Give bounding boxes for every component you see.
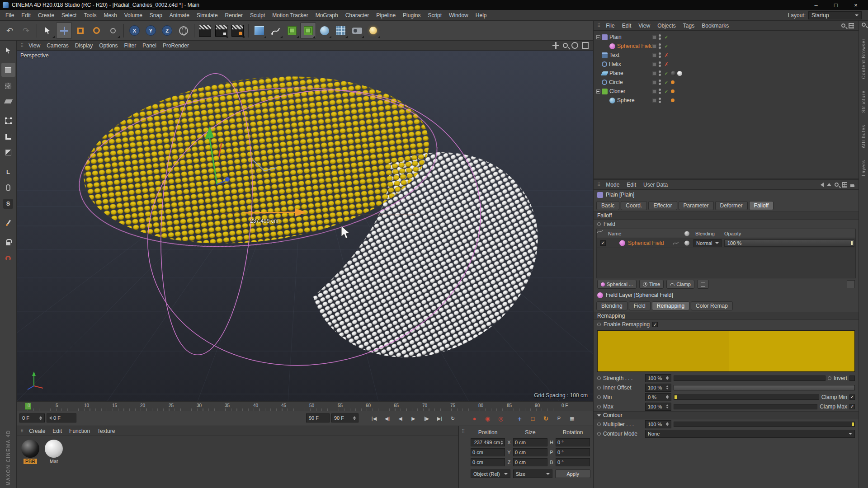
rotation-b-field[interactable]: 0 ° [556, 458, 590, 466]
panel-handle-icon[interactable]: ⠿ [597, 23, 600, 28]
anim-dot-icon[interactable] [597, 222, 601, 226]
autokey-button[interactable]: ◉ [482, 413, 493, 423]
object-row-circle[interactable]: Circle ✓ [594, 78, 859, 87]
orange-tag-icon[interactable] [671, 80, 675, 84]
collapse-icon[interactable] [596, 89, 600, 94]
config-icon[interactable] [842, 182, 847, 188]
layer-toggle[interactable] [652, 99, 656, 103]
layout-select[interactable]: Startup [808, 11, 862, 19]
add-cube-button[interactable] [251, 22, 267, 39]
paint-tool-button[interactable] [1, 216, 15, 230]
menu-create[interactable]: Create [34, 10, 58, 20]
key-position-toggle[interactable]: + [514, 413, 525, 423]
axis-mode-button[interactable]: L [1, 165, 15, 179]
loop-playback-button[interactable]: ↻ [447, 413, 458, 423]
tab-coord[interactable]: Coord. [621, 201, 647, 210]
scale-tool[interactable] [72, 22, 88, 39]
key-pla-toggle[interactable]: ▦ [566, 413, 578, 423]
search-icon[interactable] [862, 23, 866, 27]
anim-dot-icon[interactable] [597, 405, 601, 408]
history-up-icon[interactable] [827, 183, 831, 186]
enable-check-icon[interactable]: ✓ [663, 89, 670, 94]
menu-window[interactable]: Window [445, 10, 472, 20]
enable-check-icon[interactable]: ✓ [663, 80, 670, 85]
side-tab-structure[interactable]: Structure [861, 90, 866, 113]
render-view-button[interactable] [197, 22, 213, 39]
rotation-h-field[interactable]: 0 ° [556, 438, 590, 446]
menu-tools[interactable]: Tools [80, 10, 100, 20]
menu-pipeline[interactable]: Pipeline [373, 10, 399, 20]
minimize-button[interactable]: – [807, 0, 826, 9]
previous-frame-button[interactable]: ◀ [395, 413, 406, 423]
ball-toggle-icon[interactable] [684, 240, 689, 245]
anim-dot-icon[interactable] [597, 376, 601, 380]
object-row-spherical-field[interactable]: Spherical Field ✓ [594, 42, 859, 51]
nudge-left-icon[interactable] [49, 416, 52, 420]
tab-deformer[interactable]: Deformer [715, 201, 748, 210]
object-row-text[interactable]: Text ✗ [594, 51, 859, 60]
visibility-dots[interactable] [659, 70, 661, 76]
magnet-snap-button[interactable] [1, 251, 15, 265]
tab-effector[interactable]: Effector [648, 201, 677, 210]
remapping-curve-display[interactable] [597, 330, 855, 372]
attr-menu-userdata[interactable]: User Data [640, 180, 671, 189]
mat-menu-edit[interactable]: Edit [49, 426, 66, 436]
tab-remapping[interactable]: Remapping [652, 301, 689, 310]
draw-spline-button[interactable] [268, 22, 283, 39]
collapse-icon[interactable] [596, 35, 600, 39]
vp-menu-filter[interactable]: Filter [121, 41, 140, 50]
menu-volume[interactable]: Volume [121, 10, 146, 20]
layer-toggle[interactable] [652, 35, 656, 39]
undo-button[interactable]: ↶ [2, 22, 18, 39]
size-y-field[interactable]: 0 cm [513, 448, 547, 456]
layer-toggle[interactable] [652, 89, 656, 94]
render-settings-button[interactable] [230, 22, 245, 39]
anim-dot-icon[interactable] [597, 395, 601, 399]
visibility-dots[interactable] [659, 98, 661, 103]
field-sphere-button[interactable] [316, 22, 332, 39]
invert-checkbox[interactable] [849, 375, 855, 381]
om-menu-tags[interactable]: Tags [679, 21, 698, 30]
frame-nudge-field[interactable]: 0 F [47, 413, 76, 422]
tab-blending[interactable]: Blending [596, 301, 627, 310]
viewport-pan-icon[interactable] [552, 42, 559, 49]
clamp-min-checkbox[interactable]: ✓ [849, 394, 855, 400]
keyframe-selection-button[interactable]: ◎ [495, 413, 506, 423]
layer-toggle[interactable] [652, 80, 656, 84]
add-spherical-field-button[interactable]: Spherical ... [597, 280, 637, 289]
add-group-button[interactable] [697, 280, 709, 289]
anim-dot-icon[interactable] [597, 422, 601, 426]
orange-tag-icon[interactable] [671, 99, 675, 102]
tab-basic[interactable]: Basic [596, 201, 619, 210]
selection-tool-button[interactable] [1, 43, 15, 57]
vp-menu-options[interactable]: Options [96, 41, 121, 50]
side-tab-content-browser[interactable]: Content Browser [861, 38, 866, 79]
goto-start-button[interactable]: |◀ [368, 413, 380, 423]
object-mode-select[interactable]: Object (Rel) [471, 469, 510, 478]
om-menu-view[interactable]: View [635, 21, 654, 30]
material-swatch-pbr[interactable]: PBR [20, 440, 40, 464]
clamp-max-checkbox[interactable]: ✓ [849, 404, 855, 409]
texture-tag-pbr[interactable] [671, 71, 676, 76]
live-selection-tool[interactable] [40, 22, 56, 39]
panel-handle-icon[interactable]: ⠿ [462, 429, 465, 434]
visibility-dots[interactable] [659, 43, 661, 49]
om-menu-bookmarks[interactable]: Bookmarks [698, 21, 732, 30]
add-camera-button[interactable] [349, 22, 365, 39]
menu-script[interactable]: Script [424, 10, 445, 20]
tab-parameter[interactable]: Parameter [679, 201, 714, 210]
viewport-3d-view[interactable]: Perspective 237.499 cm Grid Spacing : 10… [17, 51, 593, 401]
vp-menu-display[interactable]: Display [72, 41, 96, 50]
rotation-p-field[interactable]: 0 ° [556, 448, 590, 456]
points-mode-button[interactable] [1, 114, 15, 128]
material-preview-sphere[interactable] [45, 440, 63, 458]
add-light-button[interactable] [365, 22, 381, 39]
field-layer-name[interactable]: Spherical Field [628, 240, 664, 246]
goto-end-button[interactable]: ▶| [434, 413, 445, 423]
min-field[interactable]: 0 % [645, 393, 671, 401]
timeline-ruler[interactable]: 0 5 10 15 20 25 30 35 40 45 50 55 60 65 … [17, 401, 593, 411]
viewport-3d-scene[interactable] [17, 51, 593, 401]
position-y-field[interactable]: 0 cm [471, 448, 505, 456]
coordinate-system-button[interactable] [175, 22, 191, 39]
opacity-slider[interactable]: 100 % [724, 239, 854, 247]
